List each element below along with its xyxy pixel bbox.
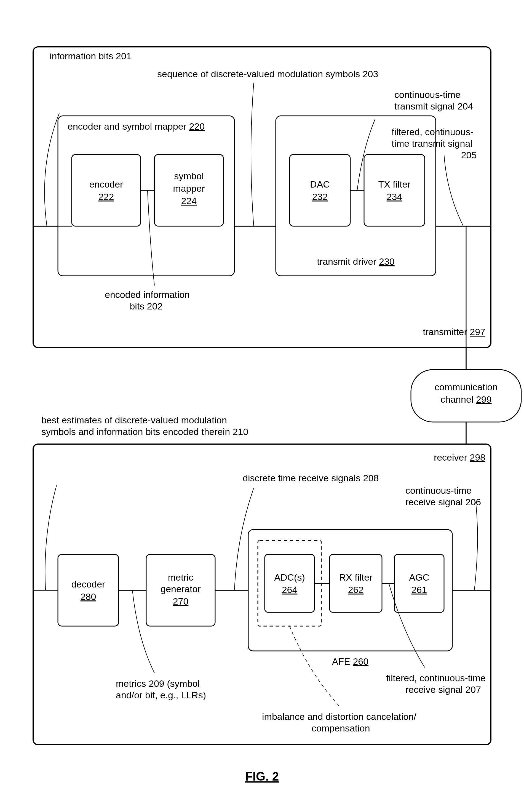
transmit-driver-label: transmit driver 230 <box>317 256 395 267</box>
symbol-mapper-l2: mapper <box>173 183 204 194</box>
rx-filter-ref: 262 <box>348 584 364 595</box>
f-ct-rx-l2: receive signal 207 <box>405 684 481 695</box>
metric-l1: metric <box>168 572 194 583</box>
f-ct-rx-l1: filtered, continuous-time <box>386 673 486 683</box>
drx-label: discrete time receive signals 208 <box>243 473 379 483</box>
ct-tx-l1: continuous-time <box>394 90 461 100</box>
agc-block <box>394 554 444 612</box>
decoder-ref: 280 <box>81 591 96 602</box>
enc-bits-l2: bits 202 <box>130 301 162 311</box>
info-bits-label: information bits 201 <box>50 51 132 61</box>
adc-label: ADC(s) <box>274 572 305 583</box>
tx-filter-block <box>364 155 425 226</box>
metric-ref: 270 <box>173 596 189 606</box>
tx-filter-label: TX filter <box>378 179 410 190</box>
figure-label: FIG. 2 <box>245 769 279 783</box>
symbol-mapper-ref: 224 <box>181 196 197 206</box>
metrics-l1: metrics 209 (symbol <box>116 678 200 689</box>
note-l1: imbalance and distortion cancelation/ <box>262 711 416 722</box>
enc-bits-l1: encoded information <box>105 289 190 300</box>
seq-label: sequence of discrete-valued modulation s… <box>157 69 378 79</box>
ct-rx-l1: continuous-time <box>405 485 472 496</box>
agc-ref: 261 <box>411 584 427 595</box>
ct-rx-l2: receive signal 206 <box>405 497 481 507</box>
rx-filter-block <box>330 554 382 612</box>
f-ct-tx-l2: time transmit signal <box>392 138 472 149</box>
encoder-block <box>72 155 141 226</box>
est-l2: symbols and information bits encoded the… <box>42 426 248 437</box>
est-l1: best estimates of discrete-valued modula… <box>42 415 227 425</box>
channel-l2: channel 299 <box>440 394 491 405</box>
adc-ref: 264 <box>282 584 298 595</box>
symbol-mapper-l1: symbol <box>174 171 204 181</box>
channel-l1: communication <box>435 382 498 392</box>
decoder-block <box>58 554 119 626</box>
f-ct-tx-l1: filtered, continuous- <box>392 127 474 137</box>
tx-filter-ref: 234 <box>387 191 403 202</box>
dac-block <box>290 155 350 226</box>
metrics-l2: and/or bit, e.g., LLRs) <box>116 690 206 700</box>
metric-l2: generator <box>161 584 201 594</box>
receiver-label: receiver 298 <box>434 452 486 462</box>
encoder-ref: 222 <box>98 191 114 202</box>
note-l2: compensation <box>312 723 370 733</box>
afe-label: AFE 260 <box>332 656 369 667</box>
decoder-label: decoder <box>71 579 105 589</box>
dac-ref: 232 <box>312 191 328 202</box>
dac-label: DAC <box>310 179 330 190</box>
adc-block <box>265 554 314 612</box>
ct-tx-l2: transmit signal 204 <box>394 101 473 111</box>
encoder-mapper-label: encoder and symbol mapper 220 <box>68 121 204 132</box>
diagram-root: encoder and symbol mapper 220 encoder 22… <box>0 0 524 812</box>
f-ct-tx-l3: 205 <box>461 150 477 160</box>
encoder-label: encoder <box>89 179 123 190</box>
transmitter-label: transmitter 297 <box>423 327 486 337</box>
rx-filter-label: RX filter <box>339 572 373 583</box>
agc-label: AGC <box>409 572 429 583</box>
